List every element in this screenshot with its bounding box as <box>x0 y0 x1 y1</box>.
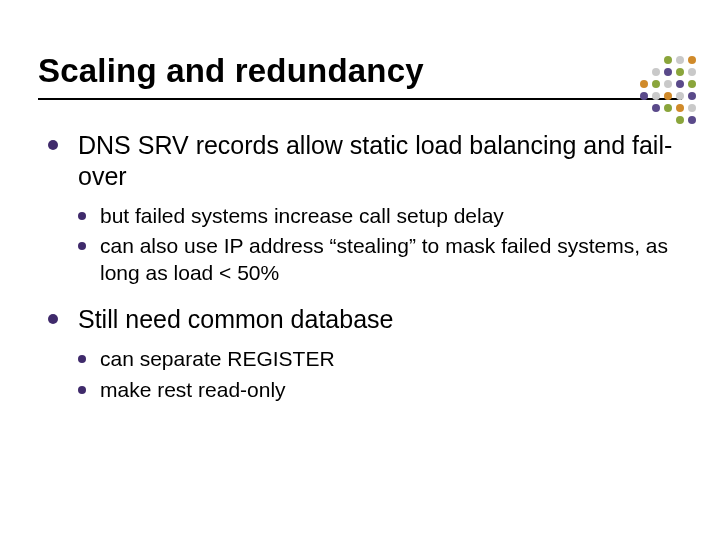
slide-title: Scaling and redundancy <box>38 52 424 90</box>
bullet-level2: can also use IP address “stealing” to ma… <box>78 233 678 286</box>
dot-icon <box>676 68 684 76</box>
bullet-text: but failed systems increase call setup d… <box>100 204 504 227</box>
bullet-icon <box>78 386 86 394</box>
bullet-icon <box>48 314 58 324</box>
dot-icon <box>688 104 696 112</box>
dot-icon <box>676 116 684 124</box>
dot-icon <box>664 56 672 64</box>
title-underline <box>38 98 682 100</box>
bullet-text: can separate REGISTER <box>100 347 335 370</box>
bullet-level2: but failed systems increase call setup d… <box>78 203 678 229</box>
slide: Scaling and redundancy <box>0 0 720 540</box>
dot-icon <box>676 80 684 88</box>
bullet-text: make rest read-only <box>100 378 286 401</box>
bullet-icon <box>78 355 86 363</box>
bullet-icon <box>78 212 86 220</box>
dot-icon <box>676 104 684 112</box>
dot-icon <box>688 68 696 76</box>
slide-body: DNS SRV records allow static load balanc… <box>48 130 678 421</box>
dot-icon <box>652 80 660 88</box>
bullet-text: DNS SRV records allow static load balanc… <box>78 131 672 190</box>
dot-icon <box>652 104 660 112</box>
bullet-level1: DNS SRV records allow static load balanc… <box>48 130 678 191</box>
bullet-text: Still need common database <box>78 305 393 333</box>
dot-icon <box>676 56 684 64</box>
decorative-dot-grid <box>604 56 700 128</box>
dot-icon <box>652 92 660 100</box>
dot-icon <box>664 92 672 100</box>
sub-list: can separate REGISTER make rest read-onl… <box>78 346 678 403</box>
bullet-level1: Still need common database <box>48 304 678 335</box>
dot-icon <box>652 68 660 76</box>
dot-icon <box>688 80 696 88</box>
bullet-icon <box>48 140 58 150</box>
dot-icon <box>640 92 648 100</box>
dot-icon <box>676 92 684 100</box>
dot-icon <box>688 116 696 124</box>
dot-icon <box>664 104 672 112</box>
bullet-level2: can separate REGISTER <box>78 346 678 372</box>
bullet-level2: make rest read-only <box>78 377 678 403</box>
bullet-icon <box>78 242 86 250</box>
dot-icon <box>640 80 648 88</box>
bullet-text: can also use IP address “stealing” to ma… <box>100 234 668 283</box>
dot-icon <box>688 56 696 64</box>
sub-list: but failed systems increase call setup d… <box>78 203 678 286</box>
dot-icon <box>664 80 672 88</box>
dot-icon <box>688 92 696 100</box>
dot-icon <box>664 68 672 76</box>
